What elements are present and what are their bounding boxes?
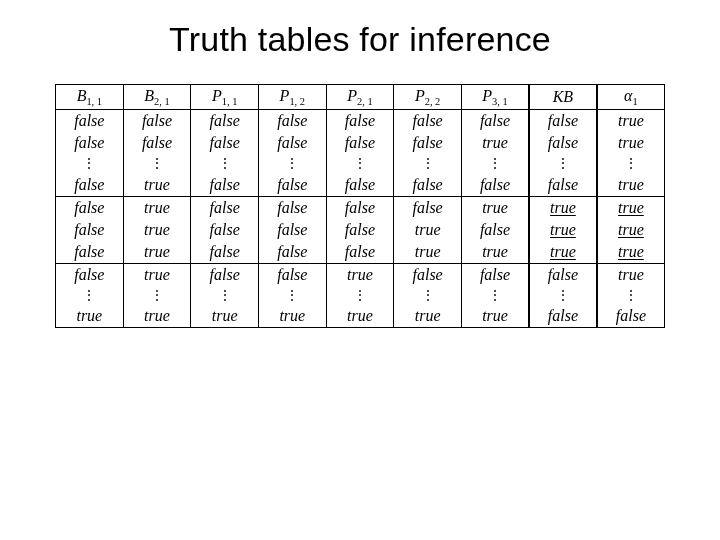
cell: ⋮ [326, 286, 394, 305]
col-p21: P2, 1 [326, 85, 394, 110]
cell: false [597, 305, 665, 328]
cell: ⋮ [597, 154, 665, 173]
col-alpha1: α1 [597, 85, 665, 110]
table-row: ⋮⋮⋮⋮⋮⋮⋮⋮⋮ [56, 154, 665, 173]
cell: true [326, 263, 394, 286]
table-row: falsetruefalsefalsefalsetruetruetruetrue [56, 241, 665, 264]
cell: true [597, 219, 665, 241]
slide: Truth tables for inference B1, 1 B2, 1 P… [0, 0, 720, 540]
cell: false [529, 305, 597, 328]
cell: ⋮ [394, 286, 462, 305]
cell: false [326, 196, 394, 219]
cell: true [461, 196, 529, 219]
cell: true [529, 219, 597, 241]
cell: ⋮ [191, 154, 259, 173]
cell: false [326, 174, 394, 197]
cell: true [123, 219, 191, 241]
cell: true [123, 174, 191, 197]
cell: ⋮ [529, 154, 597, 173]
cell: false [56, 174, 124, 197]
cell: ⋮ [123, 286, 191, 305]
cell: false [326, 241, 394, 264]
cell: false [56, 263, 124, 286]
cell: true [191, 305, 259, 328]
truth-table: B1, 1 B2, 1 P1, 1 P1, 2 P2, 1 P2, 2 P3, … [55, 84, 665, 328]
table-row: falsetruefalsefalsefalsefalsefalsefalset… [56, 174, 665, 197]
cell: false [461, 219, 529, 241]
cell: false [191, 219, 259, 241]
cell: true [394, 241, 462, 264]
cell: ⋮ [461, 154, 529, 173]
cell: false [258, 196, 326, 219]
cell: ⋮ [258, 154, 326, 173]
cell: false [191, 132, 259, 154]
cell: true [326, 305, 394, 328]
cell: true [56, 305, 124, 328]
table-row: ⋮⋮⋮⋮⋮⋮⋮⋮⋮ [56, 286, 665, 305]
cell: false [529, 263, 597, 286]
cell: true [597, 110, 665, 133]
cell: false [394, 110, 462, 133]
table-row: truetruetruetruetruetruetruefalsefalse [56, 305, 665, 328]
cell: false [191, 241, 259, 264]
cell: true [597, 241, 665, 264]
cell: false [326, 110, 394, 133]
cell: false [326, 219, 394, 241]
cell: true [123, 196, 191, 219]
cell: false [258, 263, 326, 286]
truth-table-wrap: B1, 1 B2, 1 P1, 1 P1, 2 P2, 1 P2, 2 P3, … [0, 59, 720, 328]
table-row: falsetruefalsefalsefalsefalsetruetruetru… [56, 196, 665, 219]
table-row: falsefalsefalsefalsefalsefalsefalsefalse… [56, 110, 665, 133]
col-b21: B2, 1 [123, 85, 191, 110]
cell: false [326, 132, 394, 154]
cell: false [191, 263, 259, 286]
cell: false [56, 132, 124, 154]
cell: true [529, 196, 597, 219]
header-row: B1, 1 B2, 1 P1, 1 P1, 2 P2, 1 P2, 2 P3, … [56, 85, 665, 110]
cell: false [394, 263, 462, 286]
page-title: Truth tables for inference [0, 0, 720, 59]
cell: true [123, 241, 191, 264]
cell: false [258, 219, 326, 241]
col-b11: B1, 1 [56, 85, 124, 110]
cell: ⋮ [394, 154, 462, 173]
cell: false [258, 132, 326, 154]
cell: true [597, 174, 665, 197]
col-p11: P1, 1 [191, 85, 259, 110]
cell: true [597, 263, 665, 286]
cell: ⋮ [56, 286, 124, 305]
cell: false [123, 110, 191, 133]
cell: false [529, 174, 597, 197]
cell: false [191, 196, 259, 219]
cell: ⋮ [123, 154, 191, 173]
cell: true [123, 263, 191, 286]
cell: false [461, 174, 529, 197]
cell: false [258, 174, 326, 197]
cell: true [394, 305, 462, 328]
cell: ⋮ [56, 154, 124, 173]
table-body: falsefalsefalsefalsefalsefalsefalsefalse… [56, 110, 665, 328]
cell: true [123, 305, 191, 328]
cell: false [394, 174, 462, 197]
cell: false [56, 196, 124, 219]
table-row: falsefalsefalsefalsefalsefalsetruefalset… [56, 132, 665, 154]
cell: false [529, 110, 597, 133]
cell: ⋮ [258, 286, 326, 305]
cell: false [461, 110, 529, 133]
cell: false [258, 110, 326, 133]
cell: true [461, 241, 529, 264]
cell: false [258, 241, 326, 264]
cell: false [56, 241, 124, 264]
cell: false [191, 110, 259, 133]
table-row: falsetruefalsefalsefalsetruefalsetruetru… [56, 219, 665, 241]
cell: false [529, 132, 597, 154]
cell: ⋮ [461, 286, 529, 305]
col-kb: KB [529, 85, 597, 110]
col-p22: P2, 2 [394, 85, 462, 110]
cell: true [597, 196, 665, 219]
cell: true [529, 241, 597, 264]
cell: false [394, 132, 462, 154]
table-row: falsetruefalsefalsetruefalsefalsefalsetr… [56, 263, 665, 286]
cell: false [123, 132, 191, 154]
cell: ⋮ [326, 154, 394, 173]
